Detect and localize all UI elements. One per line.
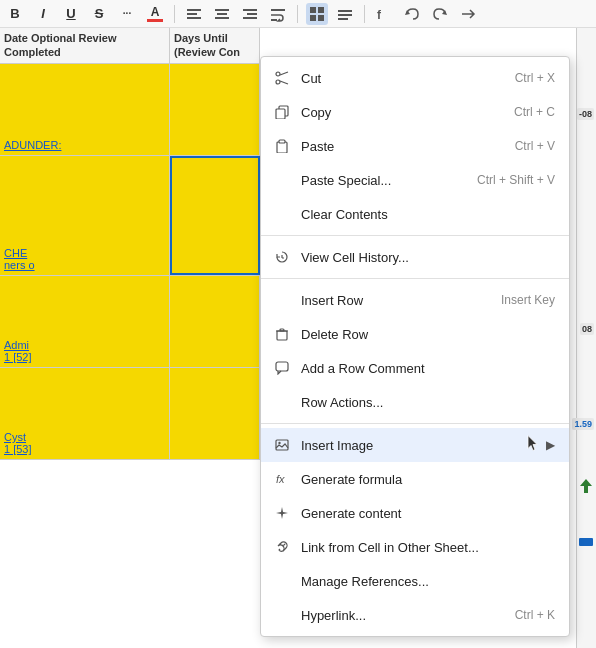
cell-days-1[interactable] (170, 64, 260, 155)
table-row: CHE ners o (0, 156, 263, 276)
cell-days-4[interactable] (170, 368, 260, 459)
cell-link-4[interactable]: Cyst 1 [53] (4, 431, 32, 455)
menu-item-add-row-comment[interactable]: Add a Row Comment (261, 351, 569, 385)
insert-row-icon (271, 289, 293, 311)
cell-date-3[interactable]: Admi 1 [52] (0, 276, 170, 367)
toolbar-separator-2 (297, 5, 298, 23)
menu-item-cut[interactable]: Cut Ctrl + X (261, 61, 569, 95)
menu-item-generate-formula[interactable]: fx Generate formula (261, 462, 569, 496)
undo-button[interactable] (401, 3, 423, 25)
menu-item-manage-references[interactable]: Manage References... (261, 564, 569, 598)
hide-button[interactable] (334, 3, 356, 25)
menu-paste-label: Paste (301, 139, 503, 154)
grid-view-button[interactable] (306, 3, 328, 25)
menu-paste-special-label: Paste Special... (301, 173, 465, 188)
cell-days-2[interactable] (170, 156, 260, 275)
menu-cut-label: Cut (301, 71, 503, 86)
align-right-button[interactable] (239, 3, 261, 25)
table-row: ADUNDER: (0, 64, 263, 156)
menu-item-paste[interactable]: Paste Ctrl + V (261, 129, 569, 163)
cell-date-2[interactable]: CHE ners o (0, 156, 170, 275)
menu-item-hyperlink[interactable]: Hyperlink... Ctrl + K (261, 598, 569, 632)
bold-button[interactable]: B (4, 3, 26, 25)
italic-button[interactable]: I (32, 3, 54, 25)
column-header-1-label: Date Optional Review Completed (4, 32, 165, 58)
menu-paste-shortcut: Ctrl + V (515, 139, 555, 153)
redo-button[interactable] (429, 3, 451, 25)
cell-link-1[interactable]: ADUNDER: (4, 139, 61, 151)
history-icon (271, 246, 293, 268)
toolbar-separator-3 (364, 5, 365, 23)
cell-date-1[interactable]: ADUNDER: (0, 64, 170, 155)
menu-item-paste-special[interactable]: Paste Special... Ctrl + Shift + V (261, 163, 569, 197)
context-menu: Cut Ctrl + X Copy Ctrl + C Paste Ctrl + … (260, 56, 570, 637)
menu-item-clear-contents[interactable]: Clear Contents (261, 197, 569, 231)
menu-clear-label: Clear Contents (301, 207, 555, 222)
text-color-letter: A (151, 6, 160, 18)
blue-bar-icon (579, 538, 593, 546)
menu-item-generate-content[interactable]: Generate content (261, 496, 569, 530)
menu-history-label: View Cell History... (301, 250, 555, 265)
wrap-text-button[interactable] (267, 3, 289, 25)
svg-marker-21 (580, 479, 592, 493)
menu-separator-2 (261, 278, 569, 279)
strikethrough-button[interactable]: S (88, 3, 110, 25)
cell-link-3[interactable]: Admi 1 [52] (4, 339, 32, 363)
link-icon (271, 536, 293, 558)
formula-icon: fx (271, 468, 293, 490)
cell-link-2[interactable]: CHE ners o (4, 247, 35, 271)
svg-marker-19 (405, 10, 410, 15)
image-icon (271, 434, 293, 456)
menu-item-insert-image[interactable]: Insert Image ▶ (261, 428, 569, 462)
svg-rect-32 (277, 331, 287, 340)
sparkle-icon (271, 502, 293, 524)
menu-cut-shortcut: Ctrl + X (515, 71, 555, 85)
svg-rect-27 (276, 109, 285, 119)
menu-separator-1 (261, 235, 569, 236)
align-left-button[interactable] (183, 3, 205, 25)
menu-link-cell-label: Link from Cell in Other Sheet... (301, 540, 555, 555)
svg-rect-4 (217, 13, 227, 15)
table-row: Admi 1 [52] (0, 276, 263, 368)
svg-marker-20 (442, 10, 447, 15)
menu-row-actions-label: Row Actions... (301, 395, 555, 410)
menu-item-link-cell[interactable]: Link from Cell in Other Sheet... (261, 530, 569, 564)
align-center-button[interactable] (211, 3, 233, 25)
column-header-1[interactable]: Date Optional Review Completed (0, 28, 170, 63)
scroll-badge-2: 08 (580, 323, 594, 335)
menu-item-row-actions[interactable]: Row Actions... (261, 385, 569, 419)
text-color-bar (147, 19, 163, 22)
submenu-arrow-icon: ▶ (546, 438, 555, 452)
menu-insert-row-label: Insert Row (301, 293, 489, 308)
more-button[interactable] (457, 3, 479, 25)
svg-rect-12 (318, 7, 324, 13)
scroll-badge-3: 1.59 (572, 418, 594, 430)
green-arrow-icon (580, 478, 592, 494)
menu-item-delete-row[interactable]: Delete Row (261, 317, 569, 351)
underline-button[interactable]: U (60, 3, 82, 25)
svg-rect-13 (310, 15, 316, 21)
column-header-2[interactable]: Days Until (Review Con (170, 28, 260, 63)
menu-item-copy[interactable]: Copy Ctrl + C (261, 95, 569, 129)
svg-rect-6 (243, 9, 257, 11)
hyperlink-icon (271, 604, 293, 626)
svg-line-25 (280, 81, 288, 84)
cursor-pointer (525, 434, 541, 457)
svg-rect-17 (338, 18, 348, 20)
svg-line-24 (280, 72, 288, 75)
formula-button[interactable]: f (373, 3, 395, 25)
svg-rect-11 (310, 7, 316, 13)
cell-date-4[interactable]: Cyst 1 [53] (0, 368, 170, 459)
right-panel: -08 08 1.59 (576, 28, 596, 648)
menu-generate-content-label: Generate content (301, 506, 555, 521)
cell-days-3[interactable] (170, 276, 260, 367)
more-format-button[interactable]: ··· (116, 3, 138, 25)
menu-item-insert-row[interactable]: Insert Row Insert Key (261, 283, 569, 317)
svg-rect-3 (215, 9, 229, 11)
text-color-button[interactable]: A (144, 3, 166, 25)
menu-item-view-cell-history[interactable]: View Cell History... (261, 240, 569, 274)
menu-manage-ref-label: Manage References... (301, 574, 555, 589)
svg-point-23 (276, 80, 280, 84)
svg-rect-34 (280, 329, 284, 331)
svg-text:f: f (377, 8, 382, 22)
